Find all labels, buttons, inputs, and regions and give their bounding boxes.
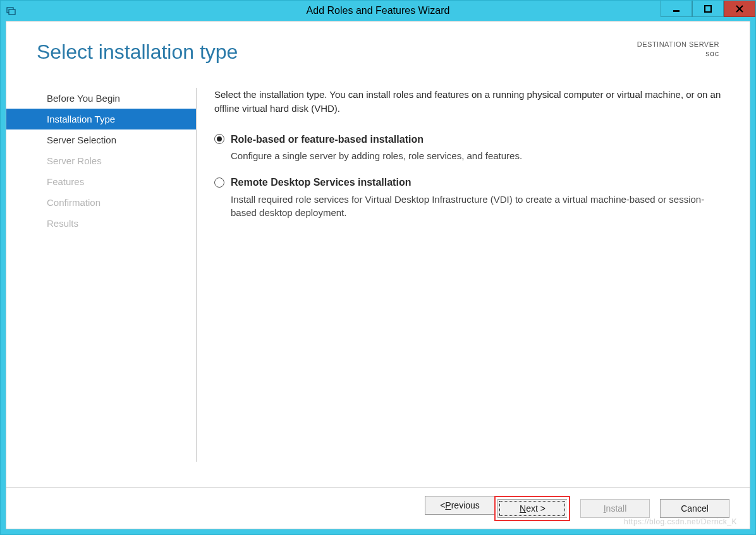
footer-zone: < Previous Next > Install Cancel https:/… [6,487,750,529]
maximize-button[interactable] [692,1,724,17]
watermark: https://blog.csdn.net/Derrick_K [624,517,737,526]
title-bar: Add Roles and Features Wizard [1,1,755,21]
radio-rds[interactable] [214,177,224,188]
destination-box: DESTINATION SERVER soc [637,40,719,58]
window-title: Add Roles and Features Wizard [1,5,755,16]
window-frame: Add Roles and Features Wizard Select ins… [0,0,756,535]
cancel-button[interactable]: Cancel [660,499,729,518]
intro-text: Select the installation type. You can in… [214,88,724,116]
option-rds[interactable]: Remote Desktop Services installation Ins… [214,175,724,220]
option-desc: Install required role services for Virtu… [231,193,724,220]
radio-role-based[interactable] [214,134,224,144]
next-button[interactable]: Next > [497,499,567,518]
option-role-based[interactable]: Role-based or feature-based installation… [214,132,724,163]
option-title: Remote Desktop Services installation [231,175,411,189]
app-icon [1,1,21,21]
svg-rect-1 [9,9,15,15]
close-button[interactable] [724,1,755,17]
body-zone: Before You Begin Installation Type Serve… [6,76,750,487]
previous-button[interactable]: < Previous [425,496,494,515]
svg-rect-2 [673,10,680,12]
sidebar-item-before-you-begin[interactable]: Before You Begin [6,88,196,109]
minimize-button[interactable] [661,1,692,17]
install-button: Install [580,499,650,518]
page-title: Select installation type [37,40,238,64]
option-title: Role-based or feature-based installation [231,132,424,147]
sidebar-item-confirmation: Confirmation [6,192,196,213]
sidebar-item-installation-type[interactable]: Installation Type [6,109,196,129]
sidebar-item-features: Features [6,171,196,192]
sidebar-item-server-selection[interactable]: Server Selection [6,129,196,150]
next-highlight: Next > [494,496,570,521]
header-zone: Select installation type DESTINATION SER… [6,21,750,76]
sidebar: Before You Begin Installation Type Serve… [6,76,196,487]
window-controls [661,1,755,21]
sidebar-item-results: Results [6,213,196,234]
main-content: Select the installation type. You can in… [197,76,750,487]
destination-name: soc [637,49,719,58]
sidebar-item-server-roles: Server Roles [6,150,196,171]
client-area: Select installation type DESTINATION SER… [6,21,750,529]
destination-label: DESTINATION SERVER [637,40,719,48]
svg-rect-3 [705,6,711,12]
option-desc: Configure a single server by adding role… [231,149,724,163]
